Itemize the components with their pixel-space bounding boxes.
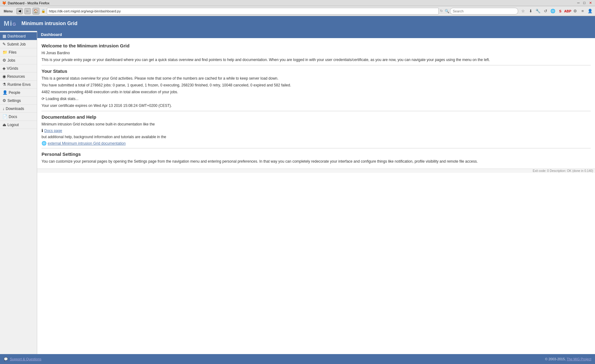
browser-titlebar: 🦊 Dashboard - Mozilla Firefox ─ □ ✕ (0, 0, 595, 6)
site-title: Minimum intrusion Grid (21, 21, 77, 26)
address-bar[interactable] (47, 8, 439, 15)
sidebar-label-downloads: Downloads (6, 107, 24, 111)
content-header: Dashboard (37, 31, 595, 38)
docs-page-link[interactable]: Docs page (44, 129, 62, 133)
maximize-button[interactable]: □ (582, 1, 587, 5)
sidebar-label-dashboard: Dashboard (7, 34, 26, 38)
files-icon: 📁 (2, 50, 7, 55)
sidebar-item-downloads[interactable]: ↓ Downloads (0, 105, 37, 113)
welcome-title: Welcome to the Minimum intrusion Grid (42, 43, 591, 48)
back-button[interactable]: ◀ (16, 8, 23, 14)
your-status-title: Your Status (42, 68, 591, 74)
settings-icon[interactable]: ⚙ (572, 8, 578, 14)
forward-button[interactable]: ▶ (24, 8, 31, 14)
resources-icon: ◉ (2, 74, 6, 79)
sidebar-item-jobs[interactable]: ⚙ Jobs (0, 56, 37, 64)
status-bar: Exit code: 0 Description: OK (done in 0.… (37, 169, 595, 173)
dashboard-icon: ▦ (2, 34, 6, 38)
adblock-icon[interactable]: ABP (565, 8, 571, 14)
sidebar-label-logout: Logout (7, 123, 19, 127)
close-button[interactable]: ✕ (588, 1, 593, 5)
doc-help-title: Documentation and Help (42, 114, 591, 120)
minimize-button[interactable]: ─ (576, 1, 581, 5)
downloads-icon: ↓ (2, 106, 5, 111)
user-icon[interactable]: 👤 (587, 8, 593, 14)
greeting: Hi Jonas Bardino (42, 50, 591, 56)
sidebar-item-files[interactable]: 📁 Files (0, 48, 37, 56)
loading-icon: ⟳ (42, 97, 45, 101)
divider-1 (42, 65, 591, 65)
support-link[interactable]: Support & Questions (10, 357, 42, 361)
footer-left: 💬 Support & Questions (4, 357, 42, 361)
globe-icon[interactable]: 🌐 (550, 8, 556, 14)
personal-settings-title: Personal Settings (42, 151, 591, 157)
external-doc-link-container[interactable]: 🌐 external Minimum intrusion Grid docume… (42, 141, 591, 146)
doc-additional: but additional help, background informat… (42, 134, 591, 140)
site-header: MiG Minimum intrusion Grid (0, 16, 595, 31)
footer: 💬 Support & Questions © 2003-2015, The M… (0, 354, 595, 364)
sidebar-label-people: People (9, 90, 20, 95)
sidebar-item-runtime-envs[interactable]: ⚗ Runtime Envs (0, 81, 37, 89)
window-controls[interactable]: ─ □ ✕ (576, 1, 593, 5)
runtime-envs-icon: ⚗ (2, 82, 6, 87)
main-layout: ▦ Dashboard ✎ Submit Job 📁 Files ⚙ Jobs … (0, 31, 595, 354)
copyright-text: © 2003-2015, (545, 357, 566, 361)
cert-expiry: Your user certificate expires on Wed Apr… (42, 103, 591, 108)
status-intro: This is a general status overview for yo… (42, 76, 591, 81)
intro-text: This is your private entry page or your … (42, 57, 591, 63)
external-doc-icon: 🌐 (42, 141, 46, 146)
content-area: Dashboard Welcome to the Minimum intrusi… (37, 31, 595, 354)
jobs-icon: ⚙ (2, 58, 6, 63)
download-icon[interactable]: ⬇ (527, 8, 534, 14)
sidebar-label-docs: Docs (9, 115, 17, 119)
page-wrapper: MiG Minimum intrusion Grid ▦ Dashboard ✎… (0, 16, 595, 364)
logout-icon: ⏏ (2, 122, 6, 127)
jobs-status: You have submitted a total of 278662 job… (42, 82, 591, 88)
search-input[interactable] (450, 8, 518, 15)
sidebar: ▦ Dashboard ✎ Submit Job 📁 Files ⚙ Jobs … (0, 31, 37, 354)
sidebar-item-submit-job[interactable]: ✎ Submit Job (0, 40, 37, 48)
lock-icon[interactable]: 🔒 (41, 9, 46, 13)
search-icon: 🔍 (445, 9, 449, 13)
browser-toolbar: Menu ◀ ▶ 🏠 🔒 ↻ 🔍 ☆ ⬇ 🔧 ↺ 🌐 S ABP ⚙ ≡ 👤 (0, 6, 595, 16)
footer-right: © 2003-2015, The MiG Project (545, 357, 591, 361)
disk-loading: ⟳ Loading disk stats... (42, 96, 591, 102)
sidebar-label-jobs: Jobs (7, 58, 15, 63)
sidebar-label-vgrids: VGrids (7, 66, 18, 71)
settings-sidebar-icon: ⚙ (2, 98, 6, 103)
external-doc-link[interactable]: external Minimum intrusion Grid document… (48, 141, 126, 146)
content-body: Welcome to the Minimum intrusion Grid Hi… (37, 38, 595, 169)
bookmark-icon[interactable]: ☆ (520, 8, 526, 14)
resources-status: 4482 resources providing 4848 execution … (42, 89, 591, 95)
lastpass-icon[interactable]: S (557, 8, 563, 14)
tools-icon[interactable]: 🔧 (535, 8, 541, 14)
sidebar-item-resources[interactable]: ◉ Resources (0, 72, 37, 81)
sidebar-item-dashboard[interactable]: ▦ Dashboard (0, 32, 37, 40)
personal-settings-text: You can customize your personal pages by… (42, 159, 591, 164)
sidebar-item-settings[interactable]: ⚙ Settings (0, 97, 37, 105)
menu-button[interactable]: Menu (2, 9, 15, 14)
home-button[interactable]: 🏠 (33, 8, 39, 15)
sidebar-label-files: Files (9, 50, 16, 55)
people-icon: 👤 (2, 90, 7, 95)
browser-title: Dashboard - Mozilla Firefox (8, 1, 50, 5)
sidebar-item-logout[interactable]: ⏏ Logout (0, 121, 37, 129)
sidebar-item-docs[interactable]: 📄 Docs (0, 113, 37, 121)
extra-icon[interactable]: ≡ (580, 8, 586, 14)
reload-icon[interactable]: ↻ (440, 9, 443, 13)
docs-link-icon: ℹ (42, 128, 43, 133)
divider-2 (42, 111, 591, 111)
sidebar-item-people[interactable]: 👤 People (0, 89, 37, 97)
doc-intro: Minimum intrusion Grid includes some bui… (42, 121, 591, 127)
sync-icon[interactable]: ↺ (542, 8, 549, 14)
toolbar-icons: ☆ ⬇ 🔧 ↺ 🌐 S ABP ⚙ ≡ 👤 (520, 8, 593, 14)
sidebar-label-resources: Resources (7, 74, 25, 79)
sidebar-item-vgrids[interactable]: ◈ VGrids (0, 64, 37, 72)
submit-job-icon: ✎ (2, 42, 6, 46)
project-link[interactable]: The MiG Project (567, 357, 591, 361)
site-logo: MiG (4, 20, 16, 28)
docs-link-container[interactable]: ℹ Docs page (42, 128, 591, 133)
vgrids-icon: ◈ (2, 66, 6, 71)
sidebar-label-runtime-envs: Runtime Envs (7, 82, 31, 87)
support-icon: 💬 (4, 357, 8, 361)
